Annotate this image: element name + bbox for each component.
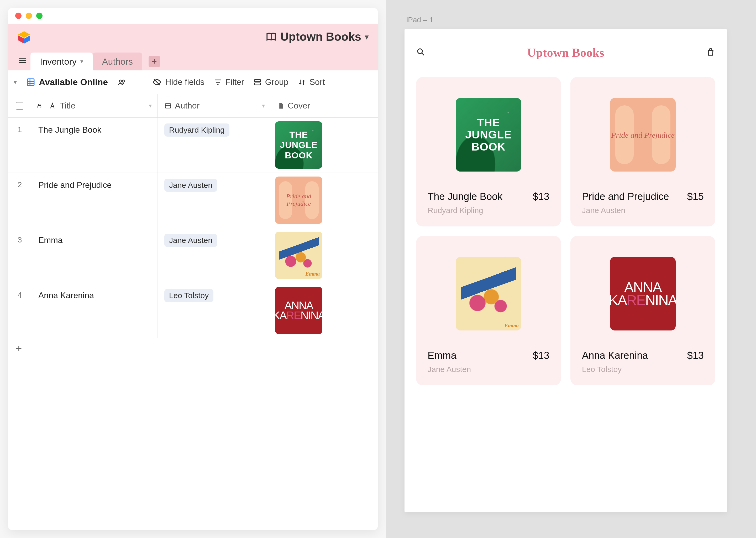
cell-title[interactable]: Pride and Prejudice (31, 173, 158, 228)
product-card[interactable]: Pride and PrejudicePride and Prejudice$1… (570, 77, 715, 227)
svg-rect-8 (38, 106, 41, 108)
cell-title[interactable]: Anna Karenina (31, 283, 158, 338)
author-pill[interactable]: Leo Tolstoy (164, 289, 213, 302)
column-label: Title (60, 101, 75, 111)
cell-author[interactable]: Jane Austen (158, 228, 270, 283)
tab-label: Authors (102, 56, 133, 67)
table-row[interactable]: 1The Jungle BookRudyard KiplingTHEJUNGLE… (8, 118, 378, 173)
shop-title: Uptown Books (527, 46, 604, 60)
filter-button[interactable]: Filter (214, 77, 244, 87)
column-label: Author (175, 101, 200, 111)
product-author: Leo Tolstoy (582, 365, 704, 374)
group-icon (254, 78, 261, 86)
product-grid: THEJUNGLEBOOKThe Jungle Book$13Rudyard K… (416, 77, 715, 385)
cell-cover[interactable]: ANNAKARENINA (270, 283, 378, 338)
author-pill[interactable]: Jane Austen (164, 234, 217, 247)
frame-label: iPad – 1 (404, 16, 737, 24)
row-number: 1 (8, 118, 31, 173)
product-card[interactable]: THEJUNGLEBOOKThe Jungle Book$13Rudyard K… (416, 77, 561, 227)
cover-image: Pride and Prejudice (610, 98, 676, 172)
search-icon[interactable] (416, 47, 426, 58)
add-row-button[interactable]: + (8, 338, 378, 359)
svg-point-5 (122, 80, 125, 82)
minimize-window-button[interactable] (26, 13, 32, 19)
product-title: Emma (428, 350, 456, 361)
views-toggle[interactable]: ▾ (14, 79, 17, 86)
row-number: 4 (8, 283, 31, 338)
people-icon (117, 78, 126, 87)
column-header-title[interactable]: Title ▾ (47, 94, 158, 117)
column-header-cover[interactable]: Cover (270, 94, 378, 117)
product-author: Jane Austen (428, 365, 549, 374)
group-button[interactable]: Group (254, 77, 289, 87)
cell-title[interactable]: The Jungle Book (31, 118, 158, 173)
base-title-button[interactable]: Uptown Books ▾ (266, 30, 368, 43)
product-author: Jane Austen (582, 206, 704, 215)
ipad-frame[interactable]: Uptown Books THEJUNGLEBOOKThe Jungle Boo… (404, 29, 727, 512)
share-view-button[interactable] (117, 78, 126, 87)
cover-wrap: Pride and Prejudice (582, 93, 704, 177)
hide-fields-label: Hide fields (165, 77, 204, 87)
view-toolbar: ▾ Available Online Hide fi (8, 71, 378, 94)
product-author: Rudyard Kipling (428, 206, 549, 215)
close-window-button[interactable] (15, 13, 22, 19)
cell-title[interactable]: Emma (31, 228, 158, 283)
cell-cover[interactable]: Pride and Prejudice (270, 173, 378, 228)
book-icon (266, 31, 277, 42)
add-table-button[interactable] (149, 56, 160, 67)
view-name: Available Online (39, 77, 108, 87)
cell-author[interactable]: Rudyard Kipling (158, 118, 270, 173)
cell-cover[interactable]: Emma (270, 228, 378, 283)
svg-rect-6 (255, 80, 261, 82)
table-row[interactable]: 4Anna KareninaLeo TolstoyANNAKARENINA (8, 283, 378, 338)
product-title: Pride and Prejudice (582, 191, 669, 202)
chevron-down-icon: ▾ (365, 32, 368, 41)
sort-label: Sort (309, 77, 325, 87)
product-price: $13 (687, 350, 704, 361)
author-pill[interactable]: Rudyard Kipling (164, 124, 229, 136)
app-logo[interactable] (17, 30, 31, 44)
tab-authors[interactable]: Authors (93, 53, 142, 71)
window-frame: Uptown Books ▾ Inventory ▾ Authors (8, 8, 378, 530)
design-canvas: iPad – 1 Uptown Books THEJUNGLEBOOKThe J… (386, 0, 756, 538)
maximize-window-button[interactable] (36, 13, 42, 19)
select-all-checkbox[interactable] (16, 102, 24, 110)
cell-author[interactable]: Jane Austen (158, 173, 270, 228)
hide-fields-button[interactable]: Hide fields (153, 77, 204, 87)
database-panel: Uptown Books ▾ Inventory ▾ Authors (0, 0, 386, 538)
table-row[interactable]: 2Pride and PrejudiceJane AustenPride and… (8, 173, 378, 228)
view-picker[interactable]: Available Online (26, 77, 108, 87)
product-card[interactable]: EmmaEmma$13Jane Austen (416, 236, 561, 385)
filter-label: Filter (225, 77, 244, 87)
cover-thumbnail[interactable]: Pride and Prejudice (275, 177, 322, 224)
product-card[interactable]: ANNAKARENINAAnna Karenina$13Leo Tolstoy (570, 236, 715, 385)
product-title: The Jungle Book (428, 191, 502, 202)
cover-thumbnail[interactable]: THEJUNGLEBOOK (275, 121, 322, 169)
column-label: Cover (288, 101, 310, 111)
link-icon (164, 102, 172, 110)
cover-thumbnail[interactable]: ANNAKARENINA (275, 287, 322, 334)
table-header: Title ▾ Author ▾ Cover (8, 94, 378, 118)
svg-point-10 (418, 49, 422, 54)
svg-rect-7 (255, 83, 261, 85)
select-all-cell[interactable] (8, 94, 31, 117)
svg-rect-9 (165, 103, 171, 108)
tab-inventory[interactable]: Inventory ▾ (30, 53, 93, 71)
column-header-author[interactable]: Author ▾ (158, 94, 270, 117)
menu-icon[interactable] (15, 53, 30, 68)
cell-author[interactable]: Leo Tolstoy (158, 283, 270, 338)
group-label: Group (265, 77, 289, 87)
cover-thumbnail[interactable]: Emma (275, 232, 322, 279)
sort-button[interactable]: Sort (298, 77, 325, 87)
product-price: $15 (687, 191, 704, 202)
cover-image: Emma (456, 257, 521, 331)
cart-icon[interactable] (706, 47, 715, 58)
svg-rect-3 (27, 79, 34, 86)
tab-label: Inventory (40, 56, 77, 67)
cover-wrap: ANNAKARENINA (582, 252, 704, 336)
cell-cover[interactable]: THEJUNGLEBOOK (270, 118, 378, 173)
table-row[interactable]: 3EmmaJane AustenEmma (8, 228, 378, 283)
cover-wrap: Emma (428, 252, 549, 336)
titlebar (8, 8, 378, 24)
author-pill[interactable]: Jane Austen (164, 179, 217, 192)
